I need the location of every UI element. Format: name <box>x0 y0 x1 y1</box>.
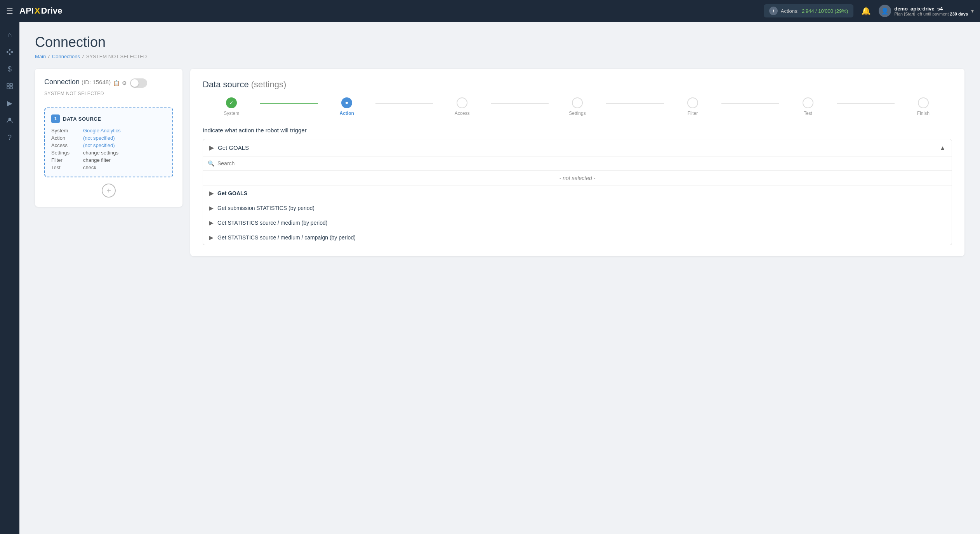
search-input[interactable] <box>217 160 947 166</box>
action-value[interactable]: (not specified) <box>83 135 115 141</box>
sidebar: ⌂ $ ▶ <box>0 22 19 534</box>
user-name: demo_apix-drive_s4 <box>894 6 968 12</box>
datasource-box: 1 DATA SOURCE System Google Analytics Ac… <box>44 107 173 177</box>
main-content: Connection Main / Connections / SYSTEM N… <box>19 22 980 534</box>
svg-rect-2 <box>9 49 10 50</box>
step-label-finish: Finish <box>917 111 930 116</box>
table-row: Settings change settings <box>51 150 166 156</box>
connection-subtitle: SYSTEM NOT SELECTED <box>44 91 173 101</box>
actions-label: Actions: <box>781 8 799 14</box>
svg-rect-10 <box>7 87 9 89</box>
step-action: Action <box>318 97 375 116</box>
table-row: Action (not specified) <box>51 135 166 141</box>
cards-row: Connection (ID: 15648) 📋 ⚙ SYSTEM NOT SE… <box>35 69 964 256</box>
step-system: ✓ System <box>203 97 260 116</box>
svg-point-13 <box>346 102 348 104</box>
logo-x: X <box>35 6 40 16</box>
actions-badge: i Actions: 2'944 / 10'000 (29%) <box>764 4 853 17</box>
dropdown-trigger[interactable]: ▶ Get GOALS ▲ <box>203 139 952 156</box>
step-label-system: System <box>224 111 239 116</box>
system-value[interactable]: Google Analytics <box>83 128 121 134</box>
dropdown-menu: 🔍 - not selected - ▶ Get GOALS ▶ Get sub… <box>203 156 952 245</box>
actions-count: 2'944 / 10'000 (29%) <box>802 8 848 14</box>
avatar: 👤 <box>879 5 891 17</box>
svg-rect-8 <box>7 83 9 86</box>
datasource-rows: System Google Analytics Action (not spec… <box>51 128 166 170</box>
step-settings: Settings <box>549 97 606 116</box>
play-icon: ▶ <box>209 205 214 211</box>
chevron-down-icon[interactable]: ▾ <box>971 8 974 14</box>
filter-value: change filter <box>83 157 111 163</box>
sidebar-item-video[interactable]: ▶ <box>3 96 17 110</box>
table-row: System Google Analytics <box>51 128 166 134</box>
sidebar-item-help[interactable]: ? <box>3 130 17 144</box>
table-row: Access (not specified) <box>51 142 166 148</box>
step-label-access: Access <box>455 111 470 116</box>
dropdown-item-not-selected[interactable]: - not selected - <box>203 171 952 186</box>
topnav: ☰ APIXDrive i Actions: 2'944 / 10'000 (2… <box>0 0 980 22</box>
play-icon: ▶ <box>209 144 214 151</box>
breadcrumb: Main / Connections / SYSTEM NOT SELECTED <box>35 54 964 59</box>
test-value: check <box>83 165 96 170</box>
logo: APIXDrive <box>19 6 62 16</box>
dropdown-item-stats-campaign[interactable]: ▶ Get STATISTICS source / medium / campa… <box>203 230 952 245</box>
sidebar-item-home[interactable]: ⌂ <box>3 28 17 42</box>
step-access: Access <box>433 97 491 116</box>
step-label-action: Action <box>340 111 354 116</box>
hamburger-icon[interactable]: ☰ <box>6 6 13 16</box>
gear-icon[interactable]: ⚙ <box>122 80 127 86</box>
search-icon: 🔍 <box>208 160 214 166</box>
settings-value: change settings <box>83 150 118 156</box>
dropdown-selected-label: Get GOALS <box>218 144 249 151</box>
breadcrumb-main[interactable]: Main <box>35 54 46 59</box>
connection-toggle[interactable] <box>130 78 147 88</box>
chevron-up-icon: ▲ <box>940 144 945 151</box>
user-plan: Plan |Start| left until payment 230 days <box>894 12 968 16</box>
logo-api: API <box>19 6 34 16</box>
datasource-title: Data source (settings) <box>203 80 952 90</box>
page-title: Connection <box>35 34 964 50</box>
connection-title: Connection (ID: 15648) <box>44 78 111 86</box>
datasource-label: DATA SOURCE <box>63 116 101 122</box>
info-icon: i <box>769 7 778 15</box>
step-label-filter: Filter <box>688 111 698 116</box>
add-button[interactable]: + <box>102 184 116 198</box>
search-box: 🔍 <box>203 156 952 171</box>
svg-rect-0 <box>7 51 8 53</box>
user-section: 👤 demo_apix-drive_s4 Plan |Start| left u… <box>879 5 974 17</box>
action-description: Indicate what action the robot will trig… <box>203 127 952 134</box>
copy-icon[interactable]: 📋 <box>113 80 120 86</box>
stepper: ✓ System Action Access <box>203 97 952 116</box>
breadcrumb-connections[interactable]: Connections <box>52 54 80 59</box>
sidebar-item-tools[interactable] <box>3 79 17 93</box>
svg-rect-1 <box>11 51 13 53</box>
step-finish: Finish <box>895 97 952 116</box>
app-body: ⌂ $ ▶ <box>0 22 980 534</box>
svg-rect-11 <box>10 87 12 89</box>
step-filter: Filter <box>664 97 721 116</box>
dropdown-item-get-goals[interactable]: ▶ Get GOALS <box>203 186 952 201</box>
datasource-number: 1 <box>51 114 60 123</box>
step-label-test: Test <box>804 111 812 116</box>
sidebar-item-billing[interactable]: $ <box>3 62 17 76</box>
user-info: demo_apix-drive_s4 Plan |Start| left unt… <box>894 6 968 16</box>
sidebar-item-connections[interactable] <box>3 45 17 59</box>
table-row: Filter change filter <box>51 157 166 163</box>
dropdown-item-stats-source-medium[interactable]: ▶ Get STATISTICS source / medium (by per… <box>203 215 952 230</box>
dropdown-item-submission-stats[interactable]: ▶ Get submission STATISTICS (by period) <box>203 201 952 215</box>
table-row: Test check <box>51 165 166 170</box>
logo-drive: Drive <box>41 6 62 16</box>
svg-rect-9 <box>10 83 12 86</box>
play-icon: ▶ <box>209 234 214 241</box>
step-label-settings: Settings <box>569 111 586 116</box>
breadcrumb-current: SYSTEM NOT SELECTED <box>86 54 147 59</box>
right-card: Data source (settings) ✓ System Action <box>190 69 964 256</box>
bell-icon[interactable]: 🔔 <box>861 6 871 16</box>
play-icon: ▶ <box>209 220 214 226</box>
access-value[interactable]: (not specified) <box>83 142 115 148</box>
step-test: Test <box>779 97 837 116</box>
left-card: Connection (ID: 15648) 📋 ⚙ SYSTEM NOT SE… <box>35 69 182 207</box>
svg-rect-3 <box>9 54 10 55</box>
action-dropdown: ▶ Get GOALS ▲ 🔍 - not selected - ▶ Get G… <box>203 139 952 245</box>
sidebar-item-user[interactable] <box>3 113 17 127</box>
